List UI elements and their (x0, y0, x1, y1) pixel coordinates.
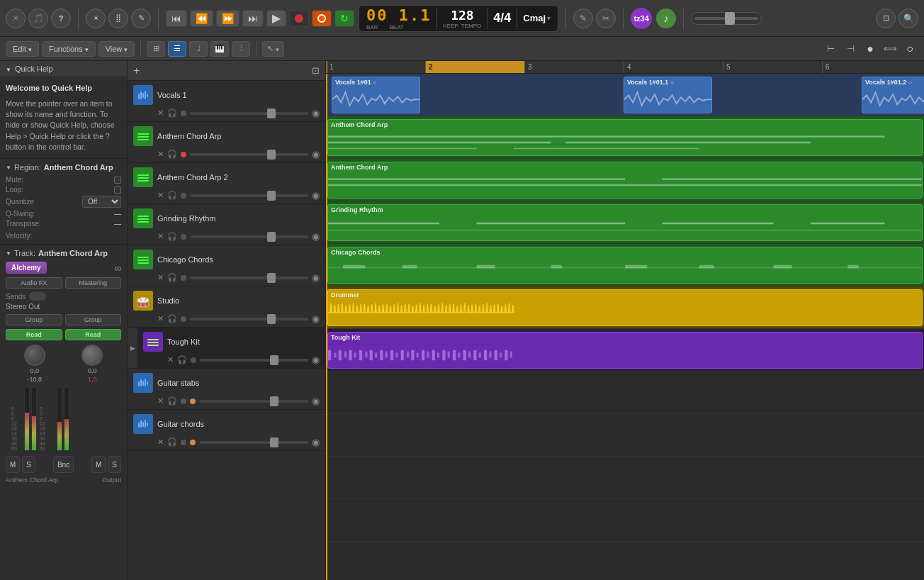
group-btn-2[interactable]: Group (65, 314, 122, 325)
piano-roll-btn[interactable]: 🎹 (210, 41, 229, 57)
smart-controls-btn[interactable]: ☀ (86, 9, 106, 28)
track-fader-guitar-stabs[interactable] (199, 400, 308, 403)
arr-track-anthem2[interactable]: Anthem Chord Arp (326, 159, 924, 201)
arr-track-grinding[interactable]: Grinding Rhythm (326, 201, 924, 244)
vol-icon-guitar-chords[interactable]: ◉ (312, 437, 320, 447)
mute-icon-anthem2[interactable]: ✕ (157, 191, 164, 200)
fader-knob-anthem2[interactable] (267, 191, 276, 201)
mute-icon-guitar-chords[interactable]: ✕ (157, 437, 164, 447)
knob-2[interactable] (81, 345, 103, 366)
mute-icon-guitar-stabs[interactable]: ✕ (157, 396, 164, 406)
arr-region-vocals3[interactable]: Vocals 1#01.2 ○ (862, 77, 924, 113)
step-seq-btn[interactable]: ⋮ (232, 41, 250, 57)
arr-region-anthem[interactable]: Anthem Chord Arp (327, 119, 923, 156)
fast-rewind-btn[interactable]: ⏪ (190, 10, 213, 27)
mute-m-btn[interactable]: M (6, 456, 20, 473)
group-btn-1[interactable]: Group (6, 314, 62, 325)
mute-icon-grinding[interactable]: ✕ (157, 232, 164, 241)
record-dot-grinding[interactable] (181, 234, 186, 240)
knob-1[interactable] (24, 345, 45, 366)
pencil-btn[interactable]: ✎ (131, 9, 151, 28)
track-fader-anthem2[interactable] (190, 194, 308, 197)
arr-region-chicago[interactable]: Chicago Chords (327, 247, 923, 284)
arr-track-drummer[interactable]: Drummer (326, 286, 924, 329)
track-fader-vocals[interactable] (190, 112, 308, 115)
panel-collapse-icon[interactable] (6, 65, 11, 73)
track-fader-anthem[interactable] (190, 153, 308, 156)
fader-knob-toughkit[interactable] (270, 355, 278, 365)
loop-checkbox[interactable] (114, 186, 121, 194)
record-dot-guitar-stabs[interactable] (181, 398, 186, 404)
arrangement-tracks[interactable]: Vocals 1#01 ○ Vocals 1#01.1 ○ (326, 74, 924, 580)
track-expand-btn[interactable]: ▶ (128, 328, 137, 368)
fader-knob-guitar-stabs[interactable] (270, 396, 278, 406)
fader-knob-grinding[interactable] (267, 232, 276, 242)
vol-icon-guitar-stabs[interactable]: ◉ (312, 396, 320, 406)
track-options-btn[interactable]: ⊡ (312, 65, 320, 76)
vol-icon-grinding[interactable]: ◉ (312, 231, 320, 242)
region-collapse[interactable] (6, 164, 11, 171)
track-fader-grinding[interactable] (190, 235, 308, 238)
record-dot-chicago[interactable] (181, 275, 186, 281)
fader-knob-anthem[interactable] (267, 150, 276, 160)
track-collapse[interactable] (6, 250, 11, 257)
record-dot-studio[interactable] (181, 316, 186, 322)
arr-track-empty-2[interactable] (326, 414, 924, 457)
track-fader-studio[interactable] (190, 318, 308, 320)
fader-knob-studio[interactable] (267, 314, 276, 324)
read-btn-2[interactable]: Read (65, 329, 122, 340)
headphone-icon-toughkit[interactable]: 🎧 (177, 355, 187, 364)
record-dot-vocals[interactable] (181, 111, 186, 116)
quantize-select[interactable]: Off 1/4 1/8 1/16 (82, 196, 121, 208)
mute-checkbox[interactable] (114, 177, 121, 184)
arr-track-empty-4[interactable] (326, 499, 924, 542)
read-btn-1[interactable]: Read (6, 329, 62, 340)
cursor-tool-btn[interactable]: ↖ (262, 41, 284, 57)
arr-region-toughkit[interactable]: Tough Kit (327, 332, 923, 369)
arr-track-vocals[interactable]: Vocals 1#01 ○ Vocals 1#01.1 ○ (326, 74, 924, 116)
add-track-btn[interactable]: + (133, 65, 140, 77)
extra-dot-guitar-stabs[interactable] (190, 398, 196, 404)
extra-dot-guitar-chords[interactable] (190, 440, 196, 445)
record-dot-toughkit[interactable] (191, 357, 196, 363)
arr-track-empty-3[interactable] (326, 457, 924, 499)
record-btn[interactable] (289, 10, 309, 27)
library-btn[interactable]: 🎵 (28, 9, 48, 28)
track-fader-chicago[interactable] (190, 277, 308, 279)
headphone-icon-anthem[interactable]: 🎧 (167, 150, 177, 159)
headphone-icon-guitar-chords[interactable]: 🎧 (167, 437, 177, 447)
alchemy-btn[interactable]: Alchemy (6, 262, 47, 274)
vol-icon-anthem[interactable]: ◉ (312, 149, 320, 160)
bpm-readout[interactable]: 128 (451, 8, 474, 23)
grid-view-btn[interactable]: ⊞ (147, 41, 165, 57)
mute-m-btn-2[interactable]: M (91, 456, 106, 473)
align-left-btn[interactable]: ⊢ (822, 40, 839, 57)
record-dot-anthem2[interactable] (181, 193, 186, 199)
mute-icon-toughkit[interactable]: ✕ (167, 355, 174, 364)
tile-left-btn[interactable]: ⊡ (876, 9, 896, 28)
sends-toggle[interactable] (29, 292, 46, 301)
mute-icon-chicago[interactable]: ✕ (157, 273, 164, 282)
edit-menu-btn[interactable]: Edit (6, 41, 39, 57)
close-btn[interactable]: ✕ (6, 9, 26, 28)
fader-knob-chicago[interactable] (267, 273, 276, 283)
arr-region-drummer[interactable]: Drummer (327, 289, 923, 326)
mute-icon-vocals[interactable]: ✕ (157, 108, 164, 118)
record-dot-anthem[interactable] (181, 152, 186, 157)
list-view-btn[interactable]: ☰ (168, 41, 186, 57)
play-btn[interactable]: ▶ (266, 10, 286, 27)
bigger-btn[interactable]: ⟺ (881, 40, 898, 57)
arr-track-chicago[interactable]: Chicago Chords (326, 244, 924, 286)
skip-end-btn[interactable]: ⏭ (242, 10, 264, 27)
functions-menu-btn[interactable]: Functions (42, 41, 96, 57)
fast-forward-btn[interactable]: ⏩ (216, 10, 240, 27)
vol-icon-chicago[interactable]: ◉ (312, 272, 320, 283)
notification-btn[interactable]: ♪ (656, 9, 676, 28)
vol-icon-toughkit[interactable]: ◉ (312, 355, 320, 365)
bnc-btn[interactable]: Bnc (53, 456, 74, 473)
headphone-icon-grinding[interactable]: 🎧 (167, 232, 177, 241)
master-fader-knob[interactable] (725, 12, 735, 25)
pencil-tool-btn[interactable]: ✎ (573, 9, 593, 28)
arr-region-vocals2[interactable]: Vocals 1#01.1 ○ (624, 77, 712, 113)
circle-btn[interactable]: ● (862, 40, 879, 57)
